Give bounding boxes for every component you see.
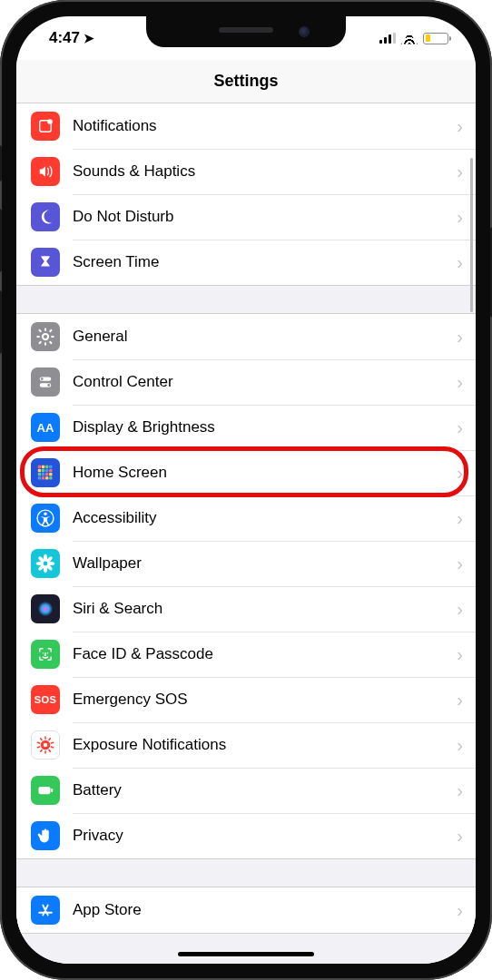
notifications-icon	[31, 112, 60, 141]
mute-switch	[0, 145, 2, 181]
svg-rect-14	[38, 466, 41, 468]
row-label: Screen Time	[73, 253, 457, 271]
settings-row-do-not-disturb[interactable]: Do Not Disturb›	[16, 194, 476, 240]
svg-rect-23	[42, 473, 44, 475]
settings-row-sounds-haptics[interactable]: Sounds & Haptics›	[16, 149, 476, 194]
chevron-right-icon: ›	[457, 735, 476, 756]
row-label: Exposure Notifications	[73, 736, 457, 754]
settings-row-emergency-sos[interactable]: SOSEmergency SOS›	[16, 677, 476, 722]
settings-row-exposure-notifications[interactable]: Exposure Notifications›	[16, 722, 476, 768]
moon-icon	[31, 202, 60, 231]
settings-row-accessibility[interactable]: Accessibility›	[16, 495, 476, 541]
cellular-icon	[379, 33, 396, 44]
chevron-right-icon: ›	[457, 780, 476, 801]
scroll-indicator[interactable]	[470, 158, 473, 312]
svg-rect-24	[45, 473, 48, 475]
settings-list[interactable]: Notifications›Sounds & Haptics›Do Not Di…	[16, 103, 476, 964]
settings-row-notifications[interactable]: Notifications›	[16, 103, 476, 149]
row-label: Battery	[73, 781, 457, 799]
svg-rect-25	[49, 473, 52, 475]
settings-row-wallpaper[interactable]: Wallpaper›	[16, 541, 476, 586]
svg-rect-26	[38, 476, 41, 479]
row-label: Do Not Disturb	[73, 208, 457, 226]
settings-row-general[interactable]: General›	[16, 314, 476, 359]
svg-rect-5	[51, 336, 54, 338]
front-camera	[299, 26, 310, 37]
svg-rect-56	[38, 787, 50, 794]
row-label: General	[73, 328, 457, 346]
toggles-icon	[31, 368, 60, 397]
row-label: Display & Brightness	[73, 418, 457, 436]
svg-rect-49	[48, 749, 51, 752]
settings-row-face-id-passcode[interactable]: Face ID & Passcode›	[16, 632, 476, 677]
screen: 4:47 ➤ Settings Notifications›Sounds & H…	[16, 16, 476, 964]
svg-rect-53	[36, 741, 40, 744]
svg-rect-6	[38, 329, 42, 333]
phone-frame: 4:47 ➤ Settings Notifications›Sounds & H…	[0, 0, 492, 980]
chevron-right-icon: ›	[457, 327, 476, 348]
svg-rect-45	[44, 736, 46, 740]
grid-icon	[31, 458, 60, 487]
home-indicator[interactable]	[178, 952, 314, 956]
volume-up-button	[0, 209, 2, 272]
flower-icon	[31, 549, 60, 578]
settings-row-siri-search[interactable]: Siri & Search›	[16, 586, 476, 632]
svg-rect-29	[49, 476, 52, 479]
status-right	[379, 33, 448, 44]
hand-icon	[31, 821, 60, 850]
svg-rect-51	[40, 749, 43, 752]
row-label: Emergency SOS	[73, 691, 457, 709]
chevron-right-icon: ›	[457, 554, 476, 574]
wifi-icon	[401, 33, 418, 44]
svg-point-13	[47, 384, 50, 387]
svg-rect-18	[38, 469, 41, 472]
svg-rect-2	[44, 328, 46, 330]
notch	[146, 16, 346, 47]
earpiece	[219, 27, 273, 33]
appstore-icon	[31, 896, 60, 925]
chevron-right-icon: ›	[457, 644, 476, 665]
svg-rect-28	[45, 476, 48, 479]
svg-point-1	[47, 119, 53, 124]
svg-rect-3	[44, 342, 46, 345]
row-label: Sounds & Haptics	[73, 162, 457, 181]
chevron-right-icon: ›	[457, 690, 476, 710]
siri-icon	[31, 594, 60, 623]
settings-row-screen-time[interactable]: Screen Time›	[16, 240, 476, 285]
volume-down-button	[0, 290, 2, 354]
svg-rect-50	[44, 750, 46, 754]
settings-group: Notifications›Sounds & Haptics›Do Not Di…	[16, 103, 476, 286]
row-label: App Store	[73, 901, 457, 919]
chevron-right-icon: ›	[457, 372, 476, 393]
svg-rect-17	[49, 466, 52, 468]
virus-icon	[31, 730, 60, 760]
battery-icon	[423, 33, 448, 44]
status-left: 4:47 ➤	[44, 29, 94, 47]
settings-row-display-brightness[interactable]: AADisplay & Brightness›	[16, 405, 476, 450]
svg-rect-21	[49, 469, 52, 472]
settings-group: App Store›	[16, 887, 476, 934]
chevron-right-icon: ›	[457, 417, 476, 438]
svg-rect-15	[42, 466, 44, 468]
settings-row-privacy[interactable]: Privacy›	[16, 813, 476, 858]
settings-row-home-screen[interactable]: Home Screen›	[16, 450, 476, 495]
chevron-right-icon: ›	[457, 116, 476, 137]
settings-row-control-center[interactable]: Control Center›	[16, 359, 476, 405]
settings-row-app-store[interactable]: App Store›	[16, 887, 476, 933]
chevron-right-icon: ›	[457, 508, 476, 529]
row-label: Control Center	[73, 373, 457, 391]
row-label: Siri & Search	[73, 600, 457, 618]
svg-rect-48	[50, 746, 54, 749]
row-label: Accessibility	[73, 509, 457, 527]
location-icon: ➤	[84, 31, 94, 45]
svg-point-40	[44, 562, 48, 566]
svg-rect-4	[36, 336, 39, 338]
svg-point-41	[38, 602, 54, 617]
svg-point-11	[41, 377, 44, 380]
gear-icon	[31, 322, 60, 351]
settings-row-battery[interactable]: Battery›	[16, 768, 476, 813]
row-label: Wallpaper	[73, 554, 457, 573]
face-id-icon	[31, 640, 60, 669]
row-label: Home Screen	[73, 464, 457, 482]
svg-rect-8	[49, 329, 53, 333]
